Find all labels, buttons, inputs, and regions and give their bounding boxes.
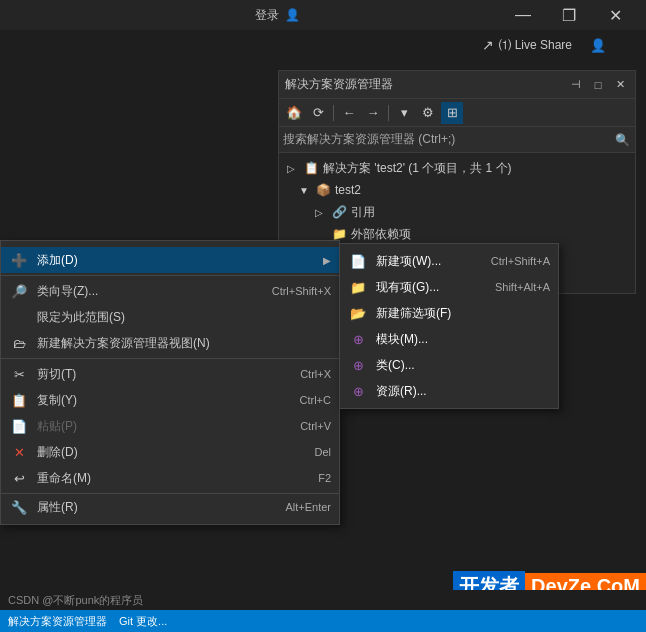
bottom-info: CSDN @不断punk的程序员 (0, 590, 646, 610)
search-button[interactable]: 🔍 (613, 131, 631, 149)
submenu-module-item[interactable]: ⊕ 模块(M)... (340, 326, 558, 352)
toolbar-home[interactable]: 🏠 (283, 102, 305, 124)
panel-title: 解决方案资源管理器 (285, 76, 393, 93)
ctx-props-shortcut: Alt+Enter (285, 501, 331, 513)
ctx-add-icon: ➕ (9, 250, 29, 270)
solution-icon: 📋 (303, 160, 319, 176)
ctx-add-item[interactable]: ➕ 添加(D) ▶ 📄 新建项(W)... Ctrl+Shift+A 📁 现有项… (1, 247, 339, 273)
ctx-props-icon: 🔧 (9, 497, 29, 517)
toolbar-back[interactable]: ← (338, 102, 360, 124)
toolbar-sep1 (333, 105, 334, 121)
ref-node[interactable]: ▷ 🔗 引用 (279, 201, 635, 223)
submenu-new-shortcut: Ctrl+Shift+A (491, 255, 550, 267)
ctx-wizard-label: 类向导(Z)... (37, 283, 264, 300)
ctx-rename-icon: ↩ (9, 468, 29, 488)
liveshare-icon: ↗ (482, 37, 494, 53)
ctx-submenu-arrow: ▶ (323, 255, 331, 266)
liveshare-button[interactable]: ↗ ⑴ Live Share (476, 35, 578, 56)
ctx-paste-shortcut: Ctrl+V (300, 420, 331, 432)
submenu-class-item[interactable]: ⊕ 类(C)... (340, 352, 558, 378)
ctx-paste-icon: 📄 (9, 416, 29, 436)
toolbar-settings[interactable]: ⚙ (417, 102, 439, 124)
ctx-wizard-shortcut: Ctrl+Shift+X (272, 285, 331, 297)
ctx-section-wizard: 🔎 类向导(Z)... Ctrl+Shift+X 限定为此范围(S) 🗁 新建解… (1, 276, 339, 359)
ctx-scope-icon (9, 307, 29, 327)
ext-deps-label: 外部依赖项 (351, 226, 411, 243)
bottom-csdn-text: CSDN @不断punk的程序员 (8, 593, 143, 608)
toolbar-forward[interactable]: → (362, 102, 384, 124)
panel-maximize-button[interactable]: □ (589, 76, 607, 94)
window-controls: — ❐ ✕ (500, 0, 638, 30)
submenu-resource-label: 资源(R)... (376, 383, 550, 400)
status-git[interactable]: Git 更改... (119, 614, 167, 629)
ref-icon: 🔗 (331, 204, 347, 220)
context-menu: ➕ 添加(D) ▶ 📄 新建项(W)... Ctrl+Shift+A 📁 现有项… (0, 240, 340, 525)
ctx-newview-icon: 🗁 (9, 333, 29, 353)
person-icon: 👤 (285, 8, 300, 22)
panel-search-bar: 搜索解决方案资源管理器 (Ctrl+;) 🔍 (279, 127, 635, 153)
submenu-new-icon: 📄 (348, 251, 368, 271)
restore-button[interactable]: ❐ (546, 0, 592, 30)
ctx-delete-icon: ✕ (9, 442, 29, 462)
panel-toolbar: 🏠 ⟳ ← → ▾ ⚙ ⊞ (279, 99, 635, 127)
ctx-copy-icon: 📋 (9, 390, 29, 410)
pin-button[interactable]: ⊣ (567, 76, 585, 94)
tree-arrow-project: ▼ (299, 185, 311, 196)
ctx-newview-item[interactable]: 🗁 新建解决方案资源管理器视图(N) (1, 330, 339, 356)
ctx-delete-label: 删除(D) (37, 444, 306, 461)
submenu-new-label: 新建项(W)... (376, 253, 483, 270)
ctx-delete-shortcut: Del (314, 446, 331, 458)
solution-root[interactable]: ▷ 📋 解决方案 'test2' (1 个项目，共 1 个) (279, 157, 635, 179)
ctx-delete-item[interactable]: ✕ 删除(D) Del (1, 439, 339, 465)
project-node[interactable]: ▼ 📦 test2 (279, 179, 635, 201)
ctx-cut-item[interactable]: ✂ 剪切(T) Ctrl+X (1, 361, 339, 387)
ctx-cut-shortcut: Ctrl+X (300, 368, 331, 380)
submenu-filter-icon: 📂 (348, 303, 368, 323)
ctx-section-edit: ✂ 剪切(T) Ctrl+X 📋 复制(Y) Ctrl+C 📄 粘贴(P) Ct… (1, 359, 339, 494)
status-solution-explorer[interactable]: 解决方案资源管理器 (8, 614, 107, 629)
submenu: 📄 新建项(W)... Ctrl+Shift+A 📁 现有项(G)... Shi… (339, 243, 559, 409)
toolbar-sep2 (388, 105, 389, 121)
ctx-copy-item[interactable]: 📋 复制(Y) Ctrl+C (1, 387, 339, 413)
submenu-existing-label: 现有项(G)... (376, 279, 487, 296)
submenu-existing-shortcut: Shift+Alt+A (495, 281, 550, 293)
ctx-scope-item[interactable]: 限定为此范围(S) (1, 304, 339, 330)
ctx-add-label: 添加(D) (37, 252, 315, 269)
login-area[interactable]: 登录 👤 (255, 7, 300, 24)
liveshare-label: ⑴ Live Share (499, 37, 572, 54)
submenu-resource-item[interactable]: ⊕ 资源(R)... (340, 378, 558, 404)
ctx-copy-label: 复制(Y) (37, 392, 292, 409)
ctx-cut-label: 剪切(T) (37, 366, 292, 383)
ctx-rename-label: 重命名(M) (37, 470, 310, 487)
ctx-scope-label: 限定为此范围(S) (37, 309, 331, 326)
submenu-existing-item[interactable]: 📁 现有项(G)... Shift+Alt+A (340, 274, 558, 300)
toolbar-view[interactable]: ⊞ (441, 102, 463, 124)
tree-arrow-root: ▷ (287, 163, 299, 174)
submenu-filter-label: 新建筛选项(F) (376, 305, 550, 322)
ctx-rename-item[interactable]: ↩ 重命名(M) F2 (1, 465, 339, 491)
ctx-wizard-item[interactable]: 🔎 类向导(Z)... Ctrl+Shift+X (1, 278, 339, 304)
submenu-class-icon: ⊕ (348, 355, 368, 375)
submenu-module-icon: ⊕ (348, 329, 368, 349)
toolbar-filter[interactable]: ▾ (393, 102, 415, 124)
ctx-copy-shortcut: Ctrl+C (300, 394, 331, 406)
profile-icon[interactable]: 👤 (590, 38, 606, 53)
tree-arrow-ref: ▷ (315, 207, 327, 218)
solution-label: 解决方案 'test2' (1 个项目，共 1 个) (323, 160, 512, 177)
submenu-filter-item[interactable]: 📂 新建筛选项(F) (340, 300, 558, 326)
ctx-paste-item: 📄 粘贴(P) Ctrl+V (1, 413, 339, 439)
ctx-paste-label: 粘贴(P) (37, 418, 292, 435)
status-bar: 解决方案资源管理器 Git 更改... (0, 610, 646, 632)
submenu-new-item[interactable]: 📄 新建项(W)... Ctrl+Shift+A (340, 248, 558, 274)
panel-close-button[interactable]: ✕ (611, 76, 629, 94)
toolbar-sync[interactable]: ⟳ (307, 102, 329, 124)
ctx-props-item[interactable]: 🔧 属性(R) Alt+Enter (1, 494, 339, 520)
ctx-newview-label: 新建解决方案资源管理器视图(N) (37, 335, 331, 352)
minimize-button[interactable]: — (500, 0, 546, 30)
close-button[interactable]: ✕ (592, 0, 638, 30)
ctx-wizard-icon: 🔎 (9, 281, 29, 301)
panel-titlebar: 解决方案资源管理器 ⊣ □ ✕ (279, 71, 635, 99)
title-bar: 登录 👤 — ❐ ✕ (0, 0, 646, 30)
ctx-rename-shortcut: F2 (318, 472, 331, 484)
submenu-existing-icon: 📁 (348, 277, 368, 297)
